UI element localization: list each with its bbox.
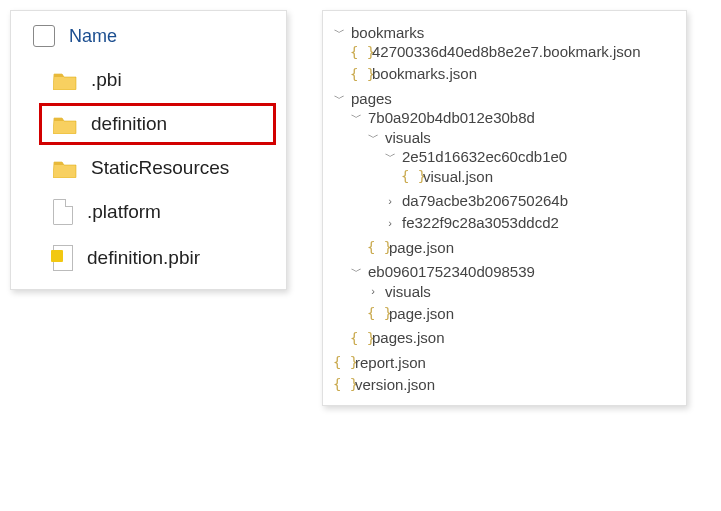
folder-row-definition[interactable]: definition [39,103,276,145]
json-icon: { } [350,44,366,60]
tree-file[interactable]: { } bookmarks.json [350,65,680,82]
chevron-right-icon: › [384,195,396,207]
tree-folder-visual[interactable]: ﹀ 2e51d16632ec60cdb1e0 [384,148,680,165]
column-header-name[interactable]: Name [69,26,117,47]
json-icon: { } [333,354,349,370]
pbir-file-icon [53,245,73,271]
tree-file[interactable]: { } page.json [367,239,680,256]
tree-file[interactable]: { } pages.json [350,329,680,346]
tree-file[interactable]: { } visual.json [401,168,680,185]
json-icon: { } [367,305,383,321]
chevron-down-icon: ﹀ [384,149,396,164]
explorer-header: Name [11,17,286,59]
item-label: StaticResources [91,157,229,179]
tree-file[interactable]: { } report.json [333,354,680,371]
folder-icon [53,158,77,178]
json-icon: { } [367,239,383,255]
tree-folder-visual[interactable]: › da79acbe3b206750264b [384,192,680,209]
chevron-down-icon: ﹀ [333,25,345,40]
tree-folder-pages[interactable]: ﹀ pages [333,90,680,107]
folder-icon [53,70,77,90]
file-row-definition-pbir[interactable]: definition.pbir [11,235,286,281]
tree-folder-visuals[interactable]: ﹀ visuals [367,129,680,146]
folder-row-pbi[interactable]: .pbi [11,59,286,101]
folder-row-staticresources[interactable]: StaticResources [11,147,286,189]
item-label: definition [91,113,167,135]
json-icon: { } [333,376,349,392]
chevron-right-icon: › [384,217,396,229]
chevron-down-icon: ﹀ [367,130,379,145]
tree-file[interactable]: { } 42700336d40ed8b8e2e7.bookmark.json [350,43,680,60]
chevron-down-icon: ﹀ [350,264,362,279]
folder-tree-panel: ﹀ bookmarks { } 42700336d40ed8b8e2e7.boo… [322,10,687,406]
file-icon [53,199,73,225]
file-row-platform[interactable]: .platform [11,189,286,235]
tree-file[interactable]: { } version.json [333,376,680,393]
file-explorer-panel: Name .pbi definition StaticResources .pl… [10,10,287,290]
json-icon: { } [350,330,366,346]
folder-icon [53,114,77,134]
chevron-down-icon: ﹀ [350,110,362,125]
tree-folder-page[interactable]: ﹀ 7b0a920b4db012e30b8d [350,109,680,126]
json-icon: { } [401,168,417,184]
item-label: .platform [87,201,161,223]
json-icon: { } [350,66,366,82]
tree-folder-bookmarks[interactable]: ﹀ bookmarks [333,24,680,41]
tree-folder-visuals[interactable]: › visuals [367,283,680,300]
select-all-checkbox[interactable] [33,25,55,47]
item-label: .pbi [91,69,122,91]
chevron-down-icon: ﹀ [333,91,345,106]
tree-folder-visual[interactable]: › fe322f9c28a3053ddcd2 [384,214,680,231]
tree-folder-page[interactable]: ﹀ eb09601752340d098539 [350,263,680,280]
tree-file[interactable]: { } page.json [367,305,680,322]
item-label: definition.pbir [87,247,200,269]
chevron-right-icon: › [367,285,379,297]
